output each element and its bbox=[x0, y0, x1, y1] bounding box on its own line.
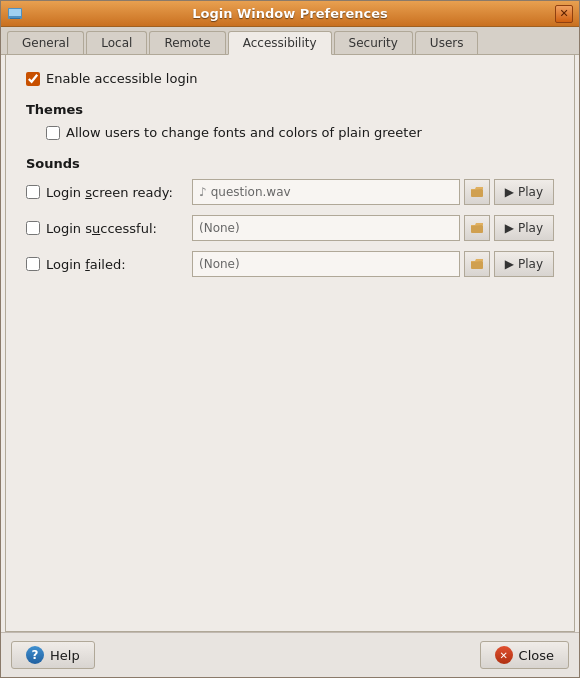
footer: ? Help ✕ Close bbox=[1, 632, 579, 677]
themes-allow-label: Allow users to change fonts and colors o… bbox=[66, 125, 422, 140]
sound-checkbox-login-screen-ready[interactable] bbox=[26, 185, 40, 199]
sound-file-login-failed: (None) bbox=[199, 257, 240, 271]
enable-accessible-login-label: Enable accessible login bbox=[46, 71, 198, 86]
play-label-login-screen-ready: Play bbox=[518, 185, 543, 199]
sounds-section: Sounds Login screen ready: ♪ question.wa… bbox=[26, 156, 554, 277]
enable-accessible-login-checkbox[interactable] bbox=[26, 72, 40, 86]
svg-rect-1 bbox=[9, 9, 21, 16]
tab-local[interactable]: Local bbox=[86, 31, 147, 54]
footer-close-button[interactable]: ✕ Close bbox=[480, 641, 569, 669]
play-triangle-icon: ▶ bbox=[505, 185, 514, 199]
sound-checkbox-login-successful[interactable] bbox=[26, 221, 40, 235]
footer-close-icon: ✕ bbox=[495, 646, 513, 664]
tab-general[interactable]: General bbox=[7, 31, 84, 54]
content-area: Enable accessible login Themes Allow use… bbox=[5, 55, 575, 632]
sound-label-login-failed: Login failed: bbox=[26, 257, 186, 272]
play-label-login-successful: Play bbox=[518, 221, 543, 235]
browse-button-login-successful[interactable] bbox=[464, 215, 490, 241]
play-label-login-failed: Play bbox=[518, 257, 543, 271]
svg-rect-3 bbox=[471, 189, 483, 197]
title-bar: Login Window Preferences ✕ bbox=[1, 1, 579, 27]
browse-button-login-failed[interactable] bbox=[464, 251, 490, 277]
title-bar-left bbox=[7, 6, 23, 22]
title-bar-buttons: ✕ bbox=[555, 5, 573, 23]
browse-button-login-screen-ready[interactable] bbox=[464, 179, 490, 205]
tab-remote[interactable]: Remote bbox=[149, 31, 225, 54]
sound-input-group-login-failed: (None) ▶ Play bbox=[192, 251, 554, 277]
sound-checkbox-login-failed[interactable] bbox=[26, 257, 40, 271]
sound-row-login-screen-ready: Login screen ready: ♪ question.wav bbox=[26, 179, 554, 205]
tab-accessibility[interactable]: Accessibility bbox=[228, 31, 332, 55]
sound-input-group-login-successful: (None) ▶ Play bbox=[192, 215, 554, 241]
play-button-login-successful[interactable]: ▶ Play bbox=[494, 215, 554, 241]
window-close-button[interactable]: ✕ bbox=[555, 5, 573, 23]
sound-row-login-successful: Login successful: (None) ▶ Play bbox=[26, 215, 554, 241]
sound-field-login-successful: (None) bbox=[192, 215, 460, 241]
svg-rect-2 bbox=[10, 18, 20, 19]
main-window: Login Window Preferences ✕ General Local… bbox=[0, 0, 580, 678]
sound-row-login-failed: Login failed: (None) ▶ Play bbox=[26, 251, 554, 277]
play-button-login-screen-ready[interactable]: ▶ Play bbox=[494, 179, 554, 205]
themes-section-label: Themes bbox=[26, 102, 554, 117]
themes-allow-checkbox[interactable] bbox=[46, 126, 60, 140]
svg-rect-5 bbox=[471, 261, 483, 269]
play-button-login-failed[interactable]: ▶ Play bbox=[494, 251, 554, 277]
sound-text-login-successful: Login successful: bbox=[46, 221, 157, 236]
play-triangle-icon-3: ▶ bbox=[505, 257, 514, 271]
enable-accessible-login-row: Enable accessible login bbox=[26, 71, 554, 86]
sounds-section-label: Sounds bbox=[26, 156, 554, 171]
help-label: Help bbox=[50, 648, 80, 663]
sound-label-login-screen-ready: Login screen ready: bbox=[26, 185, 186, 200]
sound-text-login-failed: Login failed: bbox=[46, 257, 126, 272]
play-triangle-icon-2: ▶ bbox=[505, 221, 514, 235]
sound-file-login-successful: (None) bbox=[199, 221, 240, 235]
help-button[interactable]: ? Help bbox=[11, 641, 95, 669]
sound-field-login-screen-ready: ♪ question.wav bbox=[192, 179, 460, 205]
themes-allow-row: Allow users to change fonts and colors o… bbox=[26, 125, 554, 140]
footer-close-label: Close bbox=[519, 648, 554, 663]
title-bar-title: Login Window Preferences bbox=[0, 6, 580, 21]
sound-label-login-successful: Login successful: bbox=[26, 221, 186, 236]
music-note-icon: ♪ bbox=[199, 185, 207, 199]
folder-icon bbox=[470, 185, 484, 199]
window-icon bbox=[7, 6, 23, 22]
tab-users[interactable]: Users bbox=[415, 31, 479, 54]
help-icon: ? bbox=[26, 646, 44, 664]
svg-rect-4 bbox=[471, 225, 483, 233]
sound-file-login-screen-ready: question.wav bbox=[211, 185, 291, 199]
sound-input-group-login-screen-ready: ♪ question.wav ▶ Play bbox=[192, 179, 554, 205]
folder-icon-3 bbox=[470, 257, 484, 271]
themes-section: Themes Allow users to change fonts and c… bbox=[26, 102, 554, 140]
sound-field-login-failed: (None) bbox=[192, 251, 460, 277]
tab-security[interactable]: Security bbox=[334, 31, 413, 54]
sound-text-login-screen-ready: Login screen ready: bbox=[46, 185, 173, 200]
folder-icon-2 bbox=[470, 221, 484, 235]
tab-bar: General Local Remote Accessibility Secur… bbox=[1, 27, 579, 55]
